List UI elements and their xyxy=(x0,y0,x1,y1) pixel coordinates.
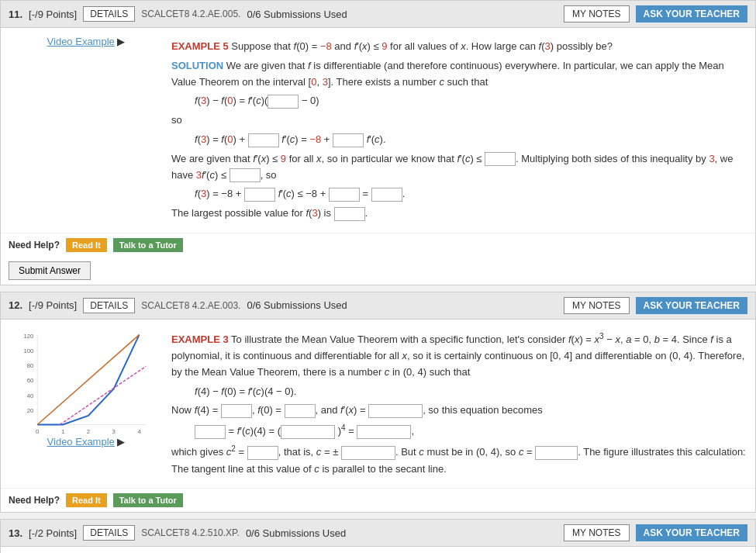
problem-12-points: [-/9 Points] xyxy=(29,299,77,311)
problem-11-need-help: Need Help? Read It Talk to a Tutor xyxy=(1,233,755,257)
problem-13-body: Does the function satisfy the hypotheses… xyxy=(1,547,755,553)
problem-13-header: 13. [-/2 Points] DETAILS SCALCET8 4.2.51… xyxy=(1,520,755,547)
problem-11-eq2: f(3) = f(0) + f′(c) = −8 + f′(c). xyxy=(195,132,747,148)
problem-11-example-heading: EXAMPLE 5 Suppose that f(0) = −8 and f′(… xyxy=(171,39,747,55)
problem-11-header-left: 11. [-/9 Points] DETAILS SCALCET8 4.2.AE… xyxy=(9,6,347,22)
p12-input2[interactable] xyxy=(285,404,316,418)
problem-11-solution-label: SOLUTION xyxy=(171,60,223,71)
problem-11-left: Video Example ▶ xyxy=(9,36,164,225)
problem-11-my-notes-btn[interactable]: MY NOTES xyxy=(564,5,629,22)
secant-line xyxy=(37,335,139,425)
svg-text:80: 80 xyxy=(27,362,34,369)
problem-13-code: SCALCET8 4.2.510.XP. xyxy=(141,527,240,538)
problem-12-submissions: 0/6 Submissions Used xyxy=(247,299,347,311)
problem-12-ask-teacher-btn[interactable]: ASK YOUR TEACHER xyxy=(636,297,747,314)
p12-input1[interactable] xyxy=(221,404,252,418)
p11-input2[interactable] xyxy=(248,133,279,147)
problem-12-example-heading: EXAMPLE 3 To illustrate the Mean Value T… xyxy=(171,330,747,381)
problem-11-body: Video Example ▶ EXAMPLE 5 Suppose that f… xyxy=(1,28,755,233)
problem-12-now: Now f(4) = , f(0) = , and f′(x) = , so t… xyxy=(171,403,747,419)
p12-input3[interactable] xyxy=(368,404,423,418)
tangent-line xyxy=(60,366,146,424)
problem-11-submissions: 0/6 Submissions Used xyxy=(247,9,347,20)
problem-12-eq1: = f′(c)(4) = ( )4 = , xyxy=(195,422,747,440)
problem-11-eq3: f(3) = −8 + f′(c) ≤ −8 + = . xyxy=(195,186,747,202)
problem-11-solution-line: SOLUTION We are given that f is differen… xyxy=(171,58,747,91)
problem-12-details-btn[interactable]: DETAILS xyxy=(83,298,135,313)
problem-13-details-btn[interactable]: DETAILS xyxy=(83,525,135,541)
problem-11-code: SCALCET8 4.2.AE.005. xyxy=(141,9,240,19)
svg-text:40: 40 xyxy=(27,392,34,399)
problem-12-number: 12. xyxy=(9,299,22,311)
problem-12-right: EXAMPLE 3 To illustrate the Mean Value T… xyxy=(171,327,747,480)
p12-input6[interactable] xyxy=(357,425,411,439)
problem-12-header: 12. [-/9 Points] DETAILS SCALCET8 4.2.AE… xyxy=(1,292,755,320)
problem-11-right: EXAMPLE 5 Suppose that f(0) = −8 and f′(… xyxy=(171,36,747,225)
p12-input7[interactable] xyxy=(247,446,278,460)
p11-input9[interactable] xyxy=(334,207,365,221)
p11-input1[interactable] xyxy=(268,95,299,109)
p12-input8[interactable] xyxy=(341,446,395,460)
p11-input5[interactable] xyxy=(230,168,261,182)
problem-11-example-text: Suppose that f(0) = −8 and f′(x) ≤ 9 for… xyxy=(231,40,613,52)
problem-11: 11. [-/9 Points] DETAILS SCALCET8 4.2.AE… xyxy=(0,0,756,285)
problem-12-eq0: f(4) − f(0) = f′(c)(4 − 0). xyxy=(195,384,747,400)
problem-11-header-right: MY NOTES ASK YOUR TEACHER xyxy=(564,5,747,22)
svg-text:0: 0 xyxy=(36,428,39,435)
problem-12-video-link[interactable]: Video Example xyxy=(47,436,115,448)
svg-text:4: 4 xyxy=(137,428,141,435)
svg-text:3: 3 xyxy=(112,428,116,435)
problem-11-points: [-/9 Points] xyxy=(29,9,77,20)
problem-11-submit-btn[interactable]: Submit Answer xyxy=(9,261,91,280)
problem-12-graph-svg: 120 100 80 60 40 20 0 1 2 3 4 xyxy=(12,327,160,436)
problem-11-so: so xyxy=(171,112,747,129)
problem-12-example-label: EXAMPLE 3 xyxy=(171,334,229,345)
svg-text:2: 2 xyxy=(87,428,90,435)
problem-12-read-it-btn[interactable]: Read It xyxy=(66,493,107,507)
problem-12-left: 120 100 80 60 40 20 0 1 2 3 4 xyxy=(9,327,164,480)
problem-11-read-it-btn[interactable]: Read It xyxy=(66,238,107,252)
svg-text:60: 60 xyxy=(27,377,34,384)
p11-input6[interactable] xyxy=(244,188,275,202)
problem-12-header-right: MY NOTES ASK YOUR TEACHER xyxy=(564,297,747,314)
problem-11-need-help-label: Need Help? xyxy=(9,240,60,251)
problem-11-text2: We are given that f′(x) ≤ 9 for all x, s… xyxy=(171,151,747,184)
p11-input8[interactable] xyxy=(371,188,402,202)
problem-11-largest: The largest possible value for f(3) is . xyxy=(171,206,747,222)
problem-13-my-notes-btn[interactable]: MY NOTES xyxy=(564,524,629,541)
svg-text:120: 120 xyxy=(24,332,34,339)
problem-12-talk-tutor-btn[interactable]: Talk to a Tutor xyxy=(113,493,183,507)
problem-12-body: 120 100 80 60 40 20 0 1 2 3 4 xyxy=(1,320,755,488)
problem-12-need-help-label: Need Help? xyxy=(9,495,60,506)
problem-13-number: 13. xyxy=(9,527,22,539)
problem-13-points: [-/2 Points] xyxy=(29,527,77,539)
problem-11-eq1: f(3) − f(0) = f′(c)( − 0) xyxy=(195,93,747,109)
problem-11-details-btn[interactable]: DETAILS xyxy=(83,6,135,22)
problem-11-header: 11. [-/9 Points] DETAILS SCALCET8 4.2.AE… xyxy=(1,1,755,28)
p11-input4[interactable] xyxy=(485,152,516,166)
problem-11-number: 11. xyxy=(9,9,22,20)
problem-12-need-help: Need Help? Read It Talk to a Tutor xyxy=(1,488,755,512)
problem-12-my-notes-btn[interactable]: MY NOTES xyxy=(564,297,629,314)
p12-input5[interactable] xyxy=(281,425,335,439)
problem-11-ask-teacher-btn[interactable]: ASK YOUR TEACHER xyxy=(636,5,747,22)
svg-text:1: 1 xyxy=(61,428,64,435)
problem-12-header-left: 12. [-/9 Points] DETAILS SCALCET8 4.2.AE… xyxy=(9,298,347,313)
problem-13-header-left: 13. [-/2 Points] DETAILS SCALCET8 4.2.51… xyxy=(9,525,346,541)
problem-12: 12. [-/9 Points] DETAILS SCALCET8 4.2.AE… xyxy=(0,292,756,513)
problem-11-video-link[interactable]: Video Example xyxy=(47,36,115,47)
problem-11-video-icon: ▶ xyxy=(117,36,125,47)
p11-input3[interactable] xyxy=(333,133,364,147)
problem-11-example-label: EXAMPLE 5 xyxy=(171,40,229,52)
problem-12-example-text: To illustrate the Mean Value Theorem wit… xyxy=(171,334,744,378)
problem-11-talk-tutor-btn[interactable]: Talk to a Tutor xyxy=(113,238,183,252)
problem-13-header-right: MY NOTES ASK YOUR TEACHER xyxy=(564,524,747,541)
problem-13-submissions: 0/6 Submissions Used xyxy=(246,527,346,539)
problem-12-which: which gives c2 = , that is, c = ± . But … xyxy=(171,443,747,477)
svg-text:100: 100 xyxy=(24,347,34,354)
p12-input9[interactable] xyxy=(535,446,578,460)
p11-input7[interactable] xyxy=(329,188,360,202)
problem-13-ask-teacher-btn[interactable]: ASK YOUR TEACHER xyxy=(636,524,747,541)
p12-input4[interactable] xyxy=(195,425,226,439)
problem-11-submit-row: Submit Answer xyxy=(1,257,755,285)
